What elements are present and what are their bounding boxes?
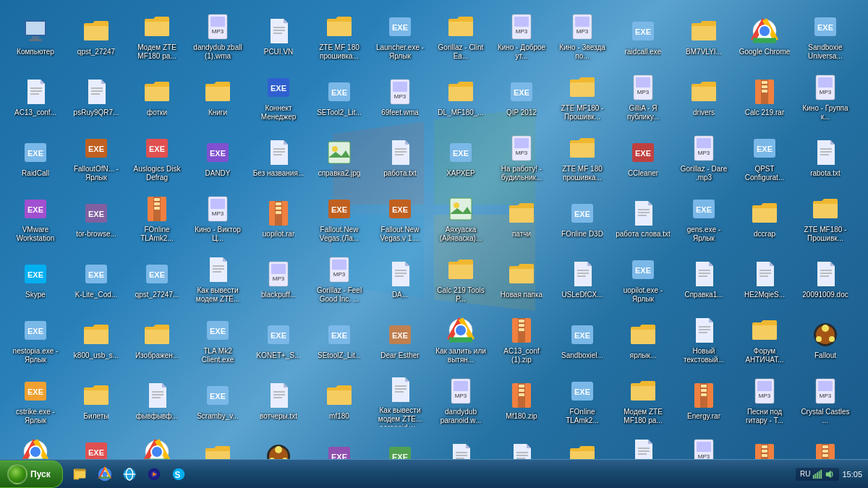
- icon-41[interactable]: EXE QPST Configurat...: [736, 128, 793, 187]
- icon-40[interactable]: MP3 Gorillaz - Dare .mp3: [675, 128, 733, 187]
- icon-6[interactable]: ZTE MF 180 прошивка...: [310, 7, 368, 66]
- icon-32[interactable]: EXE DANDY: [189, 128, 247, 187]
- icon-94[interactable]: EXE FOnline TLAmk2...: [553, 371, 611, 430]
- icon-49[interactable]: EXE Fallout.New Vegas.v 1....: [371, 189, 429, 248]
- icon-7[interactable]: EXE Launcher.exe - Ярлык: [371, 7, 429, 66]
- icon-27[interactable]: Calc 219.rar: [736, 67, 793, 127]
- icon-98[interactable]: MP3 Crystal Castles ...: [796, 371, 854, 430]
- icon-16[interactable]: psRuy9QR7...: [67, 67, 125, 127]
- icon-70[interactable]: 20091009.doc: [796, 249, 854, 309]
- icon-2[interactable]: qpst_27247: [67, 7, 125, 66]
- icon-87[interactable]: фывфывф...: [128, 371, 186, 430]
- icon-101[interactable]: Форум АНТИЧАТ...: [128, 432, 186, 459]
- icon-107[interactable]: key.txt: [493, 432, 550, 459]
- taskbar-ie[interactable]: [118, 463, 141, 486]
- icon-100[interactable]: EXE ArtMoney SE v7.41: [67, 432, 125, 459]
- icon-76[interactable]: EXE SEtoolZ_Lit...: [310, 310, 368, 369]
- icon-45[interactable]: FOnline TLAmk2...: [128, 189, 186, 248]
- icon-54[interactable]: EXE gens.exe - Ярлык: [675, 189, 733, 248]
- icon-68[interactable]: Справка1...: [675, 249, 733, 309]
- icon-106[interactable]: фывфв.txt: [432, 432, 490, 459]
- icon-82[interactable]: Новый текстовый...: [675, 310, 733, 369]
- icon-97[interactable]: MP3 Песни под гитару - Т...: [736, 371, 793, 430]
- icon-18[interactable]: Книги: [189, 67, 247, 127]
- icon-96[interactable]: Energy.rar: [675, 371, 733, 430]
- icon-92[interactable]: MP3 dandydub paranoid.w...: [432, 371, 490, 430]
- taskbar-skype[interactable]: S: [167, 463, 190, 486]
- icon-53[interactable]: работа слова.txt: [614, 189, 672, 248]
- taskbar-chrome[interactable]: [93, 463, 116, 486]
- icon-28[interactable]: MP3 Кино - Группа к...: [796, 67, 854, 127]
- icon-103[interactable]: Fallout 2: [250, 432, 307, 459]
- icon-108[interactable]: microemul...: [553, 432, 611, 459]
- taskbar-explorer[interactable]: [69, 463, 92, 486]
- icon-48[interactable]: EXE Fallout.New Vegas.(Ла...: [310, 189, 368, 248]
- icon-35[interactable]: работа.txt: [371, 128, 429, 187]
- icon-86[interactable]: Билеты: [67, 371, 125, 430]
- icon-4[interactable]: MP3 dandydub zball (1).wma: [189, 7, 247, 66]
- icon-3[interactable]: Модем ZTE MF180 ра...: [128, 7, 186, 66]
- icon-95[interactable]: Модем ZTE MF180 ра...: [614, 371, 672, 430]
- icon-85[interactable]: EXE cstrike.exe - Ярлык: [7, 371, 64, 430]
- icon-30[interactable]: EXE FalloutOfN... - Ярлык: [67, 128, 125, 187]
- icon-24[interactable]: ZTE MF180 - Прошивк...: [553, 67, 611, 127]
- icon-46[interactable]: MP3 Кино - Виктор Ц...: [189, 189, 247, 248]
- icon-88[interactable]: EXE Scramby_v...: [189, 371, 247, 430]
- icon-77[interactable]: EXE Dear Esther: [371, 310, 429, 369]
- icon-1[interactable]: Компьютер: [7, 7, 64, 66]
- icon-36[interactable]: EXE ХАРХЕР: [432, 128, 490, 187]
- icon-33[interactable]: Без названия...: [250, 128, 307, 187]
- icon-44[interactable]: EXE tor-browse...: [67, 189, 125, 248]
- icon-78[interactable]: Как залить или вытян...: [432, 310, 490, 369]
- icon-91[interactable]: Как вывести модем ZTE... paranoid.w...: [371, 371, 429, 430]
- icon-74[interactable]: EXE TLA Mk2 Client.exe: [189, 310, 247, 369]
- icon-15[interactable]: AC13_conf...: [7, 67, 64, 127]
- icon-90[interactable]: mf180: [310, 371, 368, 430]
- icon-47[interactable]: uopilot.rar: [250, 189, 307, 248]
- icon-75[interactable]: EXE KONET+_S...: [250, 310, 307, 369]
- icon-62[interactable]: MP3 Gorillaz - Feel Good Inc. ...: [310, 249, 368, 309]
- icon-19[interactable]: EXE Коннект Менеджер: [250, 67, 307, 127]
- icon-80[interactable]: EXE Sandboxiel...: [553, 310, 611, 369]
- icon-89[interactable]: вотчеры.txt: [250, 371, 307, 430]
- icon-8[interactable]: Gorillaz - Clint Ea...: [432, 7, 490, 66]
- icon-110[interactable]: MP3 dandydub razmatazz...: [675, 432, 733, 459]
- icon-17[interactable]: фотки: [128, 67, 186, 127]
- icon-43[interactable]: EXE VMware Workstation: [7, 189, 64, 248]
- icon-111[interactable]: PCUI.rar: [736, 432, 793, 459]
- icon-21[interactable]: MP3 69feet.wma: [371, 67, 429, 127]
- icon-73[interactable]: Изображен...: [128, 310, 186, 369]
- icon-104[interactable]: EXE Mumble: [310, 432, 368, 459]
- icon-26[interactable]: drivers: [675, 67, 733, 127]
- icon-64[interactable]: Calc 219 Tools P...: [432, 249, 490, 309]
- icon-55[interactable]: dcсrap: [736, 189, 793, 248]
- icon-60[interactable]: Как вывести модем ZTE...: [189, 249, 247, 309]
- icon-56[interactable]: ZTE MF180 - Прошивк...: [796, 189, 854, 248]
- icon-84[interactable]: Fallout: [796, 310, 854, 369]
- icon-59[interactable]: EXE qpst_27247...: [128, 249, 186, 309]
- icon-66[interactable]: USLeDfCX...: [553, 249, 611, 309]
- icon-5[interactable]: PCUI.VN: [250, 7, 307, 66]
- icon-10[interactable]: MP3 Кино - Звезда по...: [553, 7, 611, 66]
- icon-93[interactable]: Mf180.zip: [493, 371, 550, 430]
- icon-57[interactable]: EXE Skype: [7, 249, 64, 309]
- icon-11[interactable]: EXE raidcall.exe: [614, 7, 672, 66]
- taskbar-media[interactable]: [142, 463, 166, 486]
- icon-13[interactable]: Google Chrome: [736, 7, 793, 66]
- icon-37[interactable]: MP3 На работу! - будильник...: [493, 128, 550, 187]
- icon-67[interactable]: EXE uopilot.exe - Ярлык: [614, 249, 672, 309]
- icon-39[interactable]: EXE CCleaner: [614, 128, 672, 187]
- icon-58[interactable]: EXE K-Lite_Cod...: [67, 249, 125, 309]
- icon-34[interactable]: справка2.jpg: [310, 128, 368, 187]
- icon-81[interactable]: ярлык...: [614, 310, 672, 369]
- icon-50[interactable]: Аяхуаска (Айяваска)...: [432, 189, 490, 248]
- start-button[interactable]: Пуск: [0, 461, 63, 488]
- icon-79[interactable]: AC13_conf (1).zip: [493, 310, 550, 369]
- icon-9[interactable]: MP3 Кино - Доброе ут...: [493, 7, 550, 66]
- icon-102[interactable]: Многрточие: [189, 432, 247, 459]
- icon-42[interactable]: rabota.txt: [796, 128, 854, 187]
- icon-112[interactable]: usbflash (1).zip: [796, 432, 854, 459]
- icon-99[interactable]: Форум АНТИЧАТ ...: [7, 432, 64, 459]
- icon-52[interactable]: EXE FOnline D3D: [553, 189, 611, 248]
- icon-72[interactable]: k800_usb_s...: [67, 310, 125, 369]
